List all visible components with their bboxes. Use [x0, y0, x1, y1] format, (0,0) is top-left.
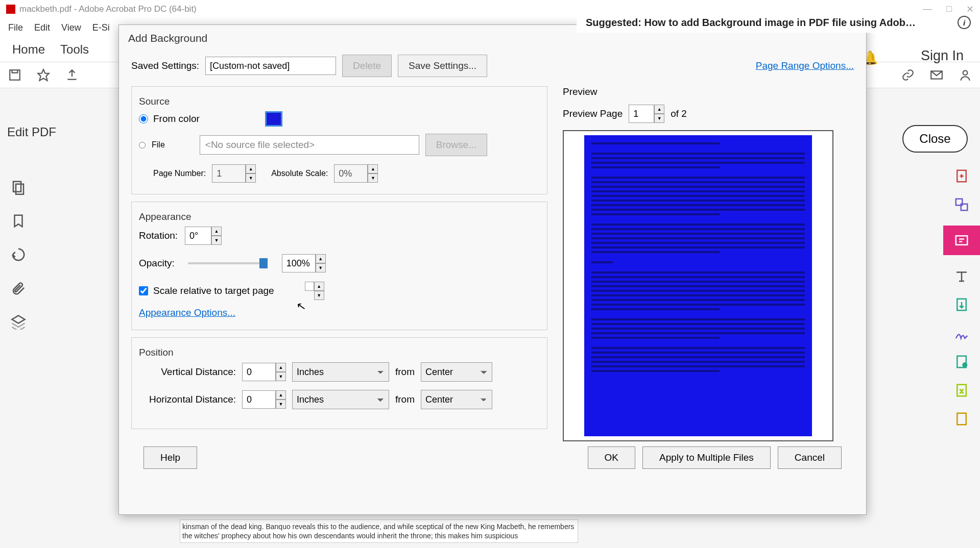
edit-pdf-label: Edit PDF — [7, 125, 56, 139]
vertical-from-label: from — [395, 366, 415, 378]
page-number-up[interactable]: ▲ — [246, 164, 256, 173]
preview-page-down[interactable]: ▼ — [654, 114, 664, 123]
svg-marker-6 — [12, 316, 25, 323]
hdist-up[interactable]: ▲ — [276, 390, 286, 400]
opacity-input[interactable] — [282, 254, 316, 272]
from-color-label: From color — [153, 113, 200, 124]
source-fieldset: Source From color File Browse... — [131, 86, 547, 194]
abs-scale-down[interactable]: ▼ — [368, 173, 378, 183]
create-pdf-icon[interactable] — [954, 168, 969, 184]
file-radio[interactable] — [139, 142, 146, 148]
preview-panel: Preview Preview Page ▲▼ of 2 — [563, 86, 854, 441]
pages-icon[interactable] — [11, 180, 26, 195]
menu-file[interactable]: File — [8, 22, 23, 33]
apply-multiple-button[interactable]: Apply to Multiple Files — [642, 446, 771, 469]
vdist-down[interactable]: ▼ — [276, 372, 286, 381]
preview-page-input[interactable] — [629, 105, 654, 123]
right-sidebar — [943, 160, 980, 427]
appearance-options-link[interactable]: Appearance Options... — [139, 307, 235, 318]
menu-esign[interactable]: E-Si — [92, 22, 110, 33]
scale-label: Scale relative to target page — [153, 285, 274, 296]
tab-tools[interactable]: Tools — [60, 42, 89, 57]
user-icon[interactable] — [959, 68, 972, 82]
source-legend: Source — [139, 96, 540, 107]
vertical-distance-input[interactable] — [242, 363, 276, 381]
rotation-down[interactable]: ▼ — [211, 236, 222, 245]
horizontal-units-select[interactable]: Inches — [292, 390, 389, 409]
horizontal-from-label: from — [395, 394, 415, 405]
bookmark-icon[interactable] — [11, 213, 26, 229]
horizontal-from-select[interactable]: Center — [421, 390, 492, 409]
delete-button[interactable]: Delete — [342, 55, 392, 77]
opacity-up[interactable]: ▲ — [316, 254, 326, 263]
position-legend: Position — [139, 347, 540, 358]
mail-icon[interactable] — [930, 68, 943, 82]
text-icon[interactable] — [954, 268, 969, 284]
combine-icon[interactable] — [954, 197, 969, 212]
preview-legend: Preview — [563, 86, 854, 97]
page-number-input[interactable] — [212, 164, 246, 183]
file-path-input[interactable] — [200, 135, 419, 155]
attachment-icon[interactable] — [11, 281, 26, 296]
svg-marker-1 — [38, 69, 49, 81]
close-button[interactable]: Close — [902, 125, 968, 153]
page-number-label: Page Number: — [153, 169, 206, 178]
vdist-up[interactable]: ▲ — [276, 363, 286, 372]
save-icon[interactable] — [8, 68, 21, 82]
preview-page-up[interactable]: ▲ — [654, 105, 664, 114]
opacity-slider[interactable] — [188, 262, 265, 264]
saved-settings-select[interactable]: [Custom-not saved] — [205, 57, 336, 75]
scale-down[interactable]: ▼ — [314, 291, 324, 300]
undo-icon[interactable] — [11, 247, 26, 262]
horizontal-distance-label: Horizontal Distance: — [139, 394, 236, 405]
add-background-dialog: Add Background Saved Settings: [Custom-n… — [118, 24, 867, 515]
help-button[interactable]: Help — [144, 446, 197, 469]
page-range-link[interactable]: Page Range Options... — [756, 60, 854, 71]
preview-canvas — [563, 130, 833, 441]
layers-icon[interactable] — [11, 314, 26, 330]
compress-icon[interactable] — [954, 383, 969, 398]
opacity-down[interactable]: ▼ — [316, 263, 326, 272]
link-icon[interactable] — [901, 68, 915, 82]
menu-view[interactable]: View — [61, 22, 81, 33]
edit-pdf-tool-icon[interactable] — [943, 226, 980, 255]
abs-scale-label: Absolute Scale: — [271, 169, 328, 178]
preview-of-text: of 2 — [671, 108, 687, 119]
scale-up[interactable]: ▲ — [314, 282, 324, 291]
edit-pdf-bar: Edit PDF — [0, 125, 120, 139]
color-swatch[interactable] — [265, 111, 282, 127]
file-label: File — [152, 140, 165, 150]
protect-icon[interactable] — [954, 411, 969, 427]
cancel-button[interactable]: Cancel — [778, 446, 842, 469]
svg-rect-10 — [956, 236, 968, 245]
scale-checkbox[interactable] — [139, 286, 148, 295]
sign-icon[interactable] — [954, 326, 969, 341]
page-number-down[interactable]: ▼ — [246, 173, 256, 183]
scale-value-input[interactable] — [305, 282, 314, 291]
rotation-input[interactable] — [185, 227, 211, 245]
svg-rect-0 — [10, 70, 20, 80]
upload-icon[interactable] — [65, 68, 79, 82]
vertical-units-select[interactable]: Inches — [292, 362, 389, 382]
star-icon[interactable] — [37, 68, 50, 82]
svg-point-13 — [962, 362, 967, 367]
abs-scale-input[interactable] — [334, 164, 368, 183]
horizontal-distance-input[interactable] — [242, 390, 276, 409]
appearance-legend: Appearance — [139, 211, 540, 222]
browse-button[interactable]: Browse... — [425, 134, 487, 156]
info-icon[interactable]: i — [958, 16, 971, 29]
tab-home[interactable]: Home — [12, 42, 45, 57]
abs-scale-up[interactable]: ▲ — [368, 164, 378, 173]
vertical-from-select[interactable]: Center — [421, 362, 492, 382]
save-settings-button[interactable]: Save Settings... — [398, 55, 487, 77]
rotation-up[interactable]: ▲ — [211, 227, 222, 236]
svg-rect-5 — [16, 184, 23, 194]
hdist-down[interactable]: ▼ — [276, 400, 286, 409]
export-pdf-icon[interactable] — [954, 297, 969, 312]
organize-icon[interactable] — [954, 354, 969, 369]
from-color-radio[interactable] — [139, 114, 148, 123]
ok-button[interactable]: OK — [588, 446, 635, 469]
document-text: kinsman of the dead king. Banquo reveals… — [180, 519, 578, 543]
menu-edit[interactable]: Edit — [34, 22, 50, 33]
signin-link[interactable]: Sign In — [921, 48, 964, 64]
